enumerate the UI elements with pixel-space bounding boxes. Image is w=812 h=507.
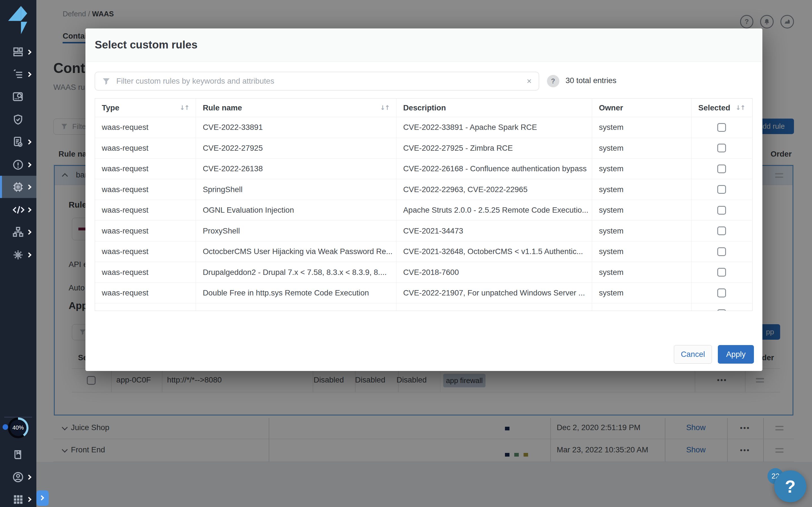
chevron-right-icon xyxy=(26,252,31,257)
sidebar-expand-button[interactable] xyxy=(36,490,49,506)
chevron-right-icon xyxy=(26,162,31,167)
code-icon xyxy=(12,204,26,216)
cancel-button[interactable]: Cancel xyxy=(674,345,712,363)
chevron-right-icon xyxy=(26,474,31,480)
chevron-right-icon xyxy=(39,496,44,501)
sidebar-item-docs[interactable] xyxy=(0,444,36,466)
row-checkbox[interactable] xyxy=(717,247,726,256)
sidebar-item-dashboard[interactable] xyxy=(0,41,36,63)
sidebar-item-defend[interactable] xyxy=(0,176,36,198)
row-checkbox[interactable] xyxy=(717,309,726,311)
table-row[interactable]: waas-requestSpringShellCVE-2022-22963, C… xyxy=(95,179,752,200)
alert-circle-icon xyxy=(12,159,24,171)
gear-icon xyxy=(12,249,24,261)
row-checkbox[interactable] xyxy=(717,288,726,297)
modal-title: Select custom rules xyxy=(95,39,197,51)
chevron-right-icon xyxy=(26,207,31,212)
sidebar-item-topology[interactable] xyxy=(0,221,36,243)
chevron-right-icon xyxy=(26,230,31,235)
column-header-description[interactable]: Description xyxy=(396,99,592,117)
sidebar-item-investigate[interactable] xyxy=(0,86,36,108)
row-checkbox[interactable] xyxy=(717,185,726,194)
sidebar-item-apps[interactable] xyxy=(0,489,36,507)
chip-icon xyxy=(12,181,24,193)
column-header-owner[interactable]: Owner xyxy=(592,99,692,117)
sidebar: 40% xyxy=(0,0,36,507)
column-header-type[interactable]: Type↓↑ xyxy=(95,99,196,117)
prisma-cloud-logo-icon[interactable] xyxy=(6,5,31,35)
gauge-dot-icon xyxy=(3,424,8,430)
book-bookmark-icon xyxy=(12,449,24,461)
sort-icon[interactable]: ↓↑ xyxy=(380,104,389,111)
search-monitor-icon xyxy=(12,91,24,103)
row-checkbox[interactable] xyxy=(717,206,726,215)
sidebar-item-radar[interactable] xyxy=(0,63,36,86)
help-button[interactable]: ? xyxy=(774,470,806,503)
row-checkbox[interactable] xyxy=(717,144,726,152)
chevron-right-icon xyxy=(26,71,31,76)
sort-icon[interactable]: ↓↑ xyxy=(180,104,189,111)
row-checkbox[interactable] xyxy=(717,268,726,277)
column-header-rule-name[interactable]: Rule name↓↑ xyxy=(196,99,396,117)
network-icon xyxy=(12,226,24,238)
column-header-selected[interactable]: Selected↓↑ xyxy=(692,99,752,117)
shield-check-icon xyxy=(12,114,24,126)
table-row[interactable]: waas-requestOctocberCMS User Hijacking v… xyxy=(95,241,752,262)
filter-help-icon[interactable]: ? xyxy=(547,75,559,87)
table-row[interactable]: waas-requestDrupalgeddon2 - Drupal 7.x <… xyxy=(95,262,752,283)
user-circle-icon xyxy=(12,471,24,483)
filter-funnel-icon xyxy=(102,78,110,85)
clear-filter-icon[interactable]: × xyxy=(527,76,531,86)
apply-button[interactable]: Apply xyxy=(718,345,754,363)
row-checkbox[interactable] xyxy=(717,226,726,235)
app-root: Defend / WAAS ? Contai Conta WAAS ru Fil… xyxy=(0,0,812,507)
table-row[interactable]: waas-requestDouble Free in http.sys Remo… xyxy=(95,283,752,303)
row-checkbox[interactable] xyxy=(717,165,726,173)
select-custom-rules-modal: Select custom rules Filter custom rules … xyxy=(86,29,762,371)
sidebar-item-monitor[interactable] xyxy=(0,109,36,131)
dashboard-icon xyxy=(12,46,24,58)
row-checkbox[interactable] xyxy=(717,123,726,132)
list-icon xyxy=(12,68,24,80)
document-check-icon xyxy=(12,136,24,148)
gauge-value: 40% xyxy=(12,425,24,431)
sidebar-item-compliance[interactable] xyxy=(0,131,36,153)
custom-rules-filter-input[interactable]: Filter custom rules by keywords and attr… xyxy=(95,72,539,91)
sidebar-item-runtime[interactable] xyxy=(0,199,36,221)
table-row[interactable]: waas-requestProxyShellCVE-2021-34473syst… xyxy=(95,221,752,241)
chevron-right-icon xyxy=(26,184,31,189)
filter-placeholder: Filter custom rules by keywords and attr… xyxy=(116,76,274,86)
chevron-right-icon xyxy=(26,139,31,145)
table-row[interactable]: waas-requestCVE-2022-27925CVE-2022-27925… xyxy=(95,138,752,159)
sidebar-item-alerts[interactable] xyxy=(0,154,36,176)
table-row-partial[interactable] xyxy=(95,303,752,311)
custom-rules-table: Type↓↑ Rule name↓↑ Description Owner Sel… xyxy=(95,98,753,311)
total-entries-label: 30 total entries xyxy=(566,74,617,87)
usage-gauge[interactable]: 40% xyxy=(8,417,29,438)
table-row[interactable]: waas-requestOGNL Evaluation InjectionApa… xyxy=(95,200,752,221)
grid-apps-icon xyxy=(12,493,24,506)
sort-icon[interactable]: ↓↑ xyxy=(735,104,745,111)
chevron-right-icon xyxy=(26,49,31,54)
sidebar-item-profile[interactable] xyxy=(0,466,36,489)
modal-header: Select custom rules xyxy=(86,29,762,62)
table-row[interactable]: waas-requestCVE-2022-33891CVE-2022-33891… xyxy=(95,117,752,138)
custom-rules-table-header: Type↓↑ Rule name↓↑ Description Owner Sel… xyxy=(95,99,752,117)
sidebar-item-settings[interactable] xyxy=(0,244,36,266)
chevron-right-icon xyxy=(26,497,31,502)
table-row[interactable]: waas-requestCVE-2022-26138CVE-2022-26168… xyxy=(95,159,752,179)
